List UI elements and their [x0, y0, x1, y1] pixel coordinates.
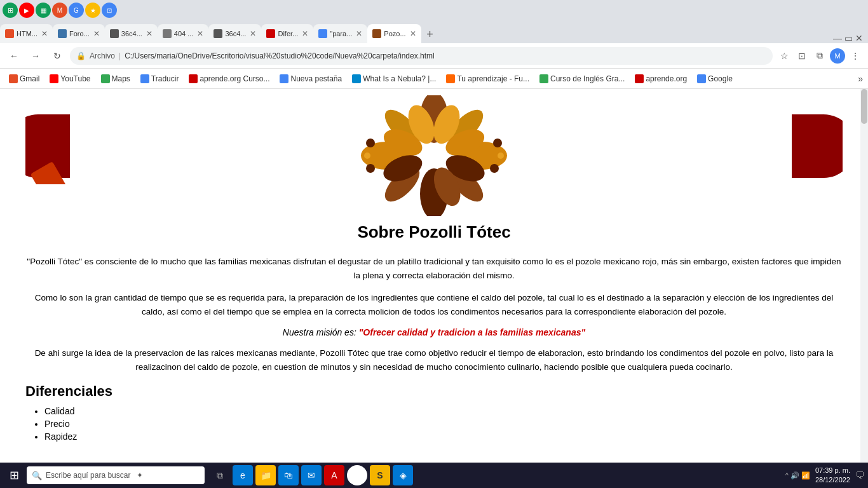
- slides-icon[interactable]: S: [370, 465, 390, 485]
- bookmark-label-youtube: YouTube: [60, 74, 90, 83]
- tab-close-pozo[interactable]: ✕: [410, 29, 416, 38]
- svg-point-20: [366, 164, 375, 173]
- bookmark-label-aprende: aprende.org Curso...: [200, 74, 269, 83]
- tab-close-para[interactable]: ✕: [356, 29, 362, 38]
- tab-404[interactable]: 404 ... ✕: [158, 24, 209, 43]
- tab-difer[interactable]: Difer... ✕: [261, 24, 313, 43]
- new-tab-button[interactable]: +: [421, 25, 439, 43]
- os-icon-youtube[interactable]: ▶: [19, 3, 34, 18]
- address-prefix: Archivo: [90, 51, 115, 60]
- menu-icon[interactable]: ⋮: [848, 48, 863, 64]
- notification-icon[interactable]: 🗨: [855, 470, 864, 480]
- tab-close-404[interactable]: ✕: [197, 29, 203, 38]
- close-button[interactable]: ✕: [855, 33, 863, 43]
- vscode-icon[interactable]: ◈: [393, 465, 413, 485]
- bookmark-label-google: Google: [708, 74, 733, 83]
- tab-close-36cb[interactable]: ✕: [250, 29, 256, 38]
- tab-36cb[interactable]: 36c4... ✕: [208, 24, 261, 43]
- mission-quote: "Ofrecer calidad y tradicion a las famil…: [359, 327, 585, 337]
- tab-close-foro[interactable]: ✕: [93, 29, 100, 38]
- tab-bar: HTM... ✕ Foro... ✕ 36c4... ✕ 404 ... ✕ 3…: [0, 20, 868, 43]
- bookmark-traducir[interactable]: Traducir: [137, 73, 183, 85]
- tab-36ca[interactable]: 36c4... ✕: [105, 24, 158, 43]
- bookmark-favicon-nebula: [352, 74, 361, 83]
- scroll-track[interactable]: [860, 89, 868, 463]
- os-taskbar-top: ⊞ ▶ ▦ M G ★ ⊡: [0, 0, 868, 20]
- bookmark-youtube[interactable]: YouTube: [46, 73, 94, 85]
- tab-title-foro: Foro...: [69, 30, 90, 37]
- mail-icon[interactable]: ✉: [301, 465, 322, 485]
- bookmark-curso[interactable]: Curso de Inglés Gra...: [536, 73, 628, 85]
- os-icon-bookmarks[interactable]: ⊡: [102, 3, 117, 18]
- tab-title-36cb: 36c4...: [225, 30, 246, 37]
- paragraph3: De ahi surge la idea de la preservacion …: [25, 346, 843, 374]
- address-url[interactable]: C:/Users/maria/OneDrive/Escritorio/visua…: [125, 51, 435, 60]
- tab-foro[interactable]: Foro... ✕: [53, 24, 105, 43]
- bookmark-label-gmail: Gmail: [20, 74, 39, 83]
- bookmark-maps[interactable]: Maps: [97, 73, 134, 85]
- bookmark-favicon-tu: [446, 74, 455, 83]
- os-icon-gmail[interactable]: M: [52, 3, 67, 18]
- bookmark-favicon-newtab: [280, 74, 288, 83]
- tab-para[interactable]: "para... ✕: [313, 24, 367, 43]
- store-icon[interactable]: 🛍: [278, 465, 299, 485]
- os-icon-launcher[interactable]: ⊞: [3, 3, 18, 18]
- profile-icon[interactable]: M: [830, 48, 845, 64]
- bookmark-gmail[interactable]: Gmail: [5, 73, 43, 85]
- system-tray[interactable]: ^ 🔊 📶: [785, 471, 810, 480]
- maximize-button[interactable]: ▭: [844, 33, 853, 43]
- bookmark-favicon-traducir: [140, 74, 149, 83]
- section-title: Sobre Pozolli Tótec: [25, 222, 843, 242]
- tab-close-36ca[interactable]: ✕: [146, 29, 153, 38]
- minimize-button[interactable]: —: [833, 33, 842, 43]
- list-item-calidad: Calidad: [44, 406, 843, 416]
- bookmark-newtab[interactable]: Nueva pestaña: [276, 73, 346, 85]
- bookmarks-more-icon[interactable]: »: [858, 74, 863, 84]
- bookmark-aprende2[interactable]: aprende.org: [631, 73, 691, 85]
- os-icon-photos[interactable]: ★: [85, 3, 100, 18]
- bookmark-star-icon[interactable]: ☆: [776, 48, 792, 64]
- search-bar[interactable]: 🔍 Escribe aquí para buscar ✦: [27, 466, 205, 484]
- chrome-icon[interactable]: ⊙: [347, 465, 367, 485]
- explorer-icon[interactable]: 📁: [255, 465, 276, 485]
- start-button[interactable]: ⊞: [4, 465, 24, 485]
- tab-close-difer[interactable]: ✕: [302, 29, 308, 38]
- bookmark-tu[interactable]: Tu aprendizaje - Fu...: [442, 73, 533, 85]
- tab-close-html[interactable]: ✕: [41, 29, 48, 38]
- tab-favicon-36ca: [110, 29, 119, 38]
- tab-favicon-difer: [266, 29, 275, 38]
- scroll-thumb[interactable]: [861, 89, 867, 124]
- taskbar-right: ^ 🔊 📶 07:39 p. m. 28/12/2022 🗨: [785, 466, 864, 485]
- os-icon-sheets[interactable]: ▦: [36, 3, 51, 18]
- cortana-icon: ✦: [137, 471, 143, 480]
- tab-title-pozo: Pozo...: [384, 30, 405, 37]
- tab-html[interactable]: HTM... ✕: [0, 24, 53, 43]
- tab-title-html: HTM...: [17, 30, 37, 37]
- diferenciales-title: Diferenciales: [25, 383, 843, 400]
- search-icon: 🔍: [32, 471, 42, 480]
- bookmark-label-maps: Maps: [112, 74, 130, 83]
- tab-favicon-pozo: [372, 29, 381, 38]
- tab-title-difer: Difer...: [278, 30, 298, 37]
- bookmarks-bar: Gmail YouTube Maps Traducir aprende.org …: [0, 69, 868, 89]
- edge-icon[interactable]: e: [233, 465, 253, 485]
- bookmark-favicon-maps: [101, 74, 110, 83]
- forward-button[interactable]: →: [27, 47, 44, 65]
- bookmark-google[interactable]: Google: [693, 73, 736, 85]
- taskview-button[interactable]: ⧉: [210, 465, 230, 485]
- flower-ornament-svg: [320, 95, 548, 216]
- extensions-icon[interactable]: ⧉: [812, 48, 827, 64]
- cast-icon[interactable]: ⊡: [794, 48, 810, 64]
- tab-title-para: "para...: [330, 30, 352, 37]
- tab-pozo[interactable]: Pozo... ✕: [367, 24, 421, 43]
- bookmark-label-nebula: What Is a Nebula? |...: [363, 74, 436, 83]
- bookmark-favicon-youtube: [50, 74, 58, 83]
- back-button[interactable]: ←: [5, 47, 23, 65]
- list-items: Calidad Precio Rapidez: [44, 406, 843, 442]
- clock[interactable]: 07:39 p. m. 28/12/2022: [815, 466, 850, 485]
- acrobat-icon[interactable]: A: [324, 465, 344, 485]
- bookmark-aprende[interactable]: aprende.org Curso...: [185, 73, 273, 85]
- bookmark-nebula[interactable]: What Is a Nebula? |...: [348, 73, 440, 85]
- refresh-button[interactable]: ↻: [48, 47, 66, 65]
- os-icon-maps[interactable]: G: [69, 3, 84, 18]
